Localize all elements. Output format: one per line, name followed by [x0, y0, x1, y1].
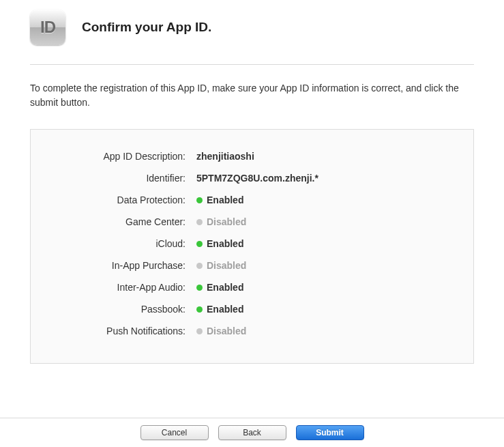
label-identifier: Identifier:: [44, 173, 191, 184]
value-description: zhenjitiaoshi: [191, 151, 254, 162]
status-dot-icon: [196, 285, 203, 291]
value-game-center: Disabled: [207, 216, 246, 227]
label-description: App ID Description:: [44, 151, 191, 162]
label-inter-app-audio: Inter-App Audio:: [44, 282, 191, 293]
label-passbook: Passbook:: [44, 304, 191, 315]
label-iap: In-App Purchase:: [44, 260, 191, 271]
status-dot-icon: [196, 197, 203, 203]
label-game-center: Game Center:: [44, 216, 191, 227]
row-icloud: iCloud: Enabled: [44, 237, 460, 250]
row-iap: In-App Purchase: Disabled: [44, 259, 460, 272]
value-icloud: Enabled: [207, 238, 243, 249]
row-game-center: Game Center: Disabled: [44, 216, 460, 228]
label-push: Push Notifications:: [44, 326, 191, 336]
value-push: Disabled: [207, 326, 246, 336]
value-identifier: 5PTM7ZQG8U.com.zhenji.*: [191, 173, 318, 184]
instructions-text: To complete the registration of this App…: [30, 81, 474, 110]
status-dot-icon: [196, 241, 203, 247]
page-header: ID Confirm your App ID.: [30, 10, 474, 65]
value-data-protection: Enabled: [207, 194, 243, 205]
id-icon-text: ID: [40, 18, 55, 37]
app-id-info-box: App ID Description: zhenjitiaoshi Identi…: [30, 129, 474, 364]
page-title: Confirm your App ID.: [82, 20, 211, 35]
submit-button[interactable]: Submit: [296, 425, 364, 440]
value-iap: Disabled: [207, 260, 246, 271]
id-icon: ID: [30, 10, 65, 45]
back-button[interactable]: Back: [218, 425, 286, 440]
value-passbook: Enabled: [207, 304, 243, 315]
status-dot-icon: [196, 219, 203, 225]
row-passbook: Passbook: Enabled: [44, 303, 460, 315]
status-dot-icon: [196, 328, 203, 334]
row-data-protection: Data Protection: Enabled: [44, 194, 460, 206]
status-dot-icon: [196, 263, 203, 269]
value-inter-app-audio: Enabled: [207, 282, 243, 293]
footer-bar: Cancel Back Submit: [0, 418, 504, 447]
row-description: App ID Description: zhenjitiaoshi: [44, 150, 460, 162]
status-dot-icon: [196, 306, 203, 313]
label-icloud: iCloud:: [44, 238, 191, 249]
cancel-button[interactable]: Cancel: [140, 425, 209, 440]
row-inter-app-audio: Inter-App Audio: Enabled: [44, 281, 460, 293]
label-data-protection: Data Protection:: [44, 194, 191, 205]
row-identifier: Identifier: 5PTM7ZQG8U.com.zhenji.*: [44, 172, 460, 184]
row-push: Push Notifications: Disabled: [44, 325, 460, 337]
